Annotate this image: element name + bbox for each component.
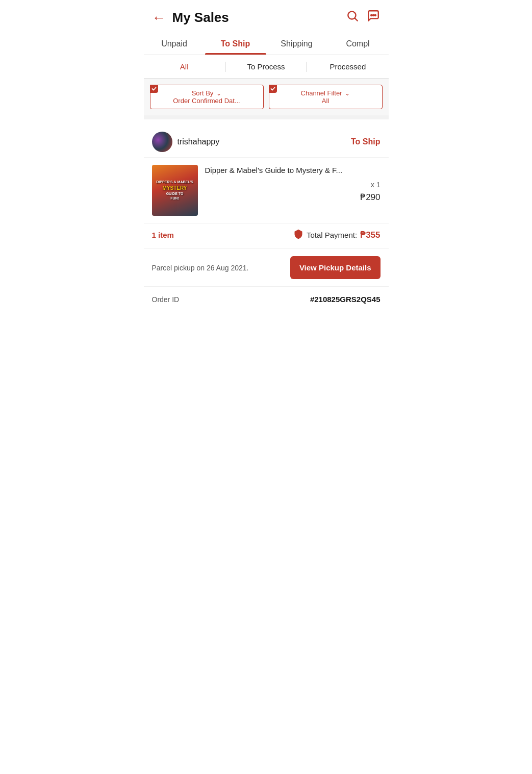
channel-checkmark	[269, 85, 277, 93]
tab-to-ship[interactable]: To Ship	[205, 33, 266, 55]
product-details: Dipper & Mabel's Guide to Mystery & F...…	[205, 165, 381, 203]
avatar-image	[152, 132, 172, 152]
sort-by-label: Sort By	[192, 89, 214, 97]
avatar	[152, 132, 172, 152]
book-art-top: Dipper's & Mabel's	[156, 180, 193, 184]
channel-chevron-icon: ⌄	[345, 90, 350, 97]
sort-checkmark	[150, 85, 158, 93]
back-button[interactable]: ←	[152, 10, 166, 26]
header-icons	[346, 9, 381, 26]
channel-filter-row: Channel Filter ⌄	[274, 89, 377, 97]
order-id-value: #210825GRS2QS45	[310, 295, 381, 304]
shield-icon	[293, 229, 303, 241]
pickup-text: Parcel pickup on 26 Aug 2021.	[152, 264, 249, 272]
sort-by-filter[interactable]: Sort By ⌄ Order Confirmed Dat...	[150, 85, 264, 109]
sort-by-content: Sort By ⌄ Order Confirmed Dat...	[156, 89, 258, 105]
search-icon[interactable]	[346, 9, 359, 26]
total-payment: Total Payment: ₱355	[293, 229, 381, 241]
channel-filter-value: All	[274, 97, 377, 105]
sub-tabs: All To Process Processed	[144, 55, 389, 79]
total-payment-label: Total Payment:	[307, 231, 357, 239]
chat-icon[interactable]	[366, 9, 381, 26]
tab-shipping[interactable]: Shipping	[266, 33, 327, 55]
order-summary: 1 item Total Payment: ₱355	[144, 223, 389, 248]
product-row: Dipper's & Mabel's MYSTERY Guide toFUN! …	[144, 158, 389, 223]
order-id-row: Order ID #210825GRS2QS45	[144, 286, 389, 312]
svg-point-4	[374, 15, 375, 16]
subtab-processed[interactable]: Processed	[307, 55, 388, 78]
section-divider	[144, 115, 389, 119]
order-id-label: Order ID	[152, 295, 180, 304]
subtab-to-process[interactable]: To Process	[225, 55, 307, 78]
page-title: My Sales	[172, 10, 229, 26]
book-cover: Dipper's & Mabel's MYSTERY Guide toFUN!	[152, 165, 198, 216]
item-count: 1 item	[152, 231, 174, 239]
item-label: item	[158, 231, 174, 239]
view-pickup-button[interactable]: View Pickup Details	[290, 256, 381, 279]
item-count-number: 1	[152, 231, 156, 239]
channel-filter-label: Channel Filter	[301, 89, 342, 97]
product-quantity: x 1	[205, 181, 381, 189]
main-tabs: Unpaid To Ship Shipping Compl	[144, 33, 389, 55]
tab-completed[interactable]: Compl	[327, 33, 389, 55]
svg-line-1	[354, 18, 357, 21]
book-art-bottom: Guide toFUN!	[166, 192, 184, 201]
sort-by-row: Sort By ⌄	[156, 89, 258, 97]
sort-chevron-icon: ⌄	[216, 90, 221, 97]
order-status-badge: To Ship	[351, 137, 380, 146]
order-header: trishahappy To Ship	[144, 124, 389, 158]
pickup-row: Parcel pickup on 26 Aug 2021. View Picku…	[144, 248, 389, 286]
sort-by-value: Order Confirmed Dat...	[156, 97, 258, 105]
order-card: trishahappy To Ship Dipper's & Mabel's M…	[144, 124, 389, 312]
svg-point-3	[372, 15, 373, 16]
product-image: Dipper's & Mabel's MYSTERY Guide toFUN!	[152, 165, 198, 216]
book-art-mystery: MYSTERY	[163, 185, 187, 191]
product-name[interactable]: Dipper & Mabel's Guide to Mystery & F...	[205, 165, 381, 176]
filters-row: Sort By ⌄ Order Confirmed Dat... Channel…	[144, 79, 389, 115]
seller-name[interactable]: trishahappy	[178, 137, 220, 146]
header: ← My Sales	[144, 0, 389, 33]
channel-filter[interactable]: Channel Filter ⌄ All	[269, 85, 383, 109]
total-amount: ₱355	[360, 230, 380, 240]
tab-unpaid[interactable]: Unpaid	[144, 33, 205, 55]
channel-filter-content: Channel Filter ⌄ All	[274, 89, 377, 105]
seller-info: trishahappy	[152, 132, 220, 152]
product-price: ₱290	[205, 192, 381, 203]
subtab-all[interactable]: All	[144, 55, 225, 78]
header-left: ← My Sales	[152, 10, 229, 26]
svg-point-2	[371, 15, 372, 16]
